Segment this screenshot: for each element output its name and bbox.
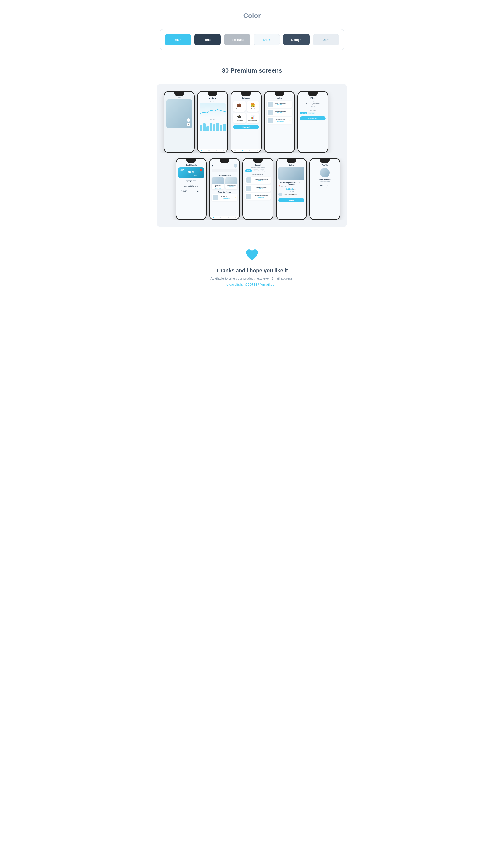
color-swatches: Main Text Text Base Dark Design Dark xyxy=(160,29,344,50)
phone-home: ⊞ Home Recommended Marketing Manager $45… xyxy=(209,158,240,220)
swatch-dark2: Dark xyxy=(313,34,339,45)
screens-section: 30 Premium screens Map + − Activity Earn… xyxy=(152,57,352,234)
phone-search: Search Business Management None Top All … xyxy=(242,158,273,220)
cat-food: 🍔 Food xyxy=(247,101,259,111)
reviewer-1: Grayson Lee — ★★★★★ xyxy=(278,192,304,196)
cat-management: 📊 Management xyxy=(247,113,259,123)
search-tabs: None Top All xyxy=(245,169,271,172)
cvc-field: CVC 768 xyxy=(192,190,204,193)
color-tree: Main Text Text Base Dark Design Dark xyxy=(157,29,347,50)
category-header: Category xyxy=(233,97,259,99)
rec-card-1: Marketing Manager $45.00/Hour xyxy=(212,177,224,189)
job-type-tags: Full Time Part Time xyxy=(300,112,326,115)
swatch-main: Main xyxy=(165,34,191,45)
tab-top[interactable]: Top xyxy=(253,169,259,172)
search-result-3: Management Trainee $50.00/Hour xyxy=(245,193,271,200)
job-item-1: Sales Engineering $85.00/Hour ★★★ xyxy=(267,101,292,108)
phone-jobs-list: Jobs Sales Engineering $85.00/Hour ★★★ C… xyxy=(264,91,295,153)
thanks-subtitle: Available to take your product next leve… xyxy=(157,277,347,280)
swatch-text: Text xyxy=(195,34,221,45)
phones-row-1: Map + − Activity Earning xyxy=(159,91,345,153)
thanks-title: Thanks and i hope you like it xyxy=(157,267,347,274)
recommended-cards: Marketing Manager $45.00/Hour Web Develo… xyxy=(212,177,237,189)
category-bottom-nav xyxy=(231,149,261,152)
swatch-dark1: Dark xyxy=(254,34,280,45)
cat-education: 🎓 Education xyxy=(233,113,246,123)
phone-map: Map + − xyxy=(164,91,195,153)
tab-all[interactable]: All xyxy=(259,169,265,172)
apply-button[interactable]: Apply xyxy=(278,198,304,202)
job-hero-image xyxy=(278,167,304,180)
activity-bottom-nav xyxy=(198,149,228,152)
swatch-design: Design xyxy=(283,34,309,45)
cat-business: 💼 Business xyxy=(233,101,246,111)
activity-header: Activity xyxy=(200,97,226,99)
color-section: Color Main Text Text Base Dark Design Da… xyxy=(152,0,352,57)
apply-filter-button[interactable]: Apply Filter xyxy=(300,116,326,120)
phones-grid: Map + − Activity Earning xyxy=(157,84,347,227)
phone-card-details: Card Details VISA 🔴 $78.95 •••• •••• •••… xyxy=(176,158,206,220)
svg-point-0 xyxy=(217,109,218,110)
phone-jobs-detail: Jobs Business Continuity Project Manager… xyxy=(276,158,307,220)
heart-icon xyxy=(245,249,259,262)
swatch-textbase: Text Base xyxy=(224,34,250,45)
recent-job-1: Civil Engineering $55.00/Hour ★★ xyxy=(212,194,237,201)
show-all-button[interactable]: Show All xyxy=(233,125,259,129)
home-bottom-nav xyxy=(210,216,239,219)
category-grid: 💼 Business 🍔 Food 🎓 Education 📊 xyxy=(233,101,259,123)
rec-card-2: Web Developer $35.00/Hr xyxy=(225,177,238,189)
job-item-3: Pharmaceutical $85.00/Hour ★★★ xyxy=(267,117,292,124)
search-result-1: Account Coordinator $80.00/Hour xyxy=(245,176,271,184)
price-slider[interactable] xyxy=(300,108,326,108)
home-search[interactable] xyxy=(212,169,237,172)
thanks-section: Thanks and i hope you like it Available … xyxy=(152,234,352,298)
cardholder-field: Cardholder Name Arthur Dorrance xyxy=(178,179,204,184)
thanks-email[interactable]: didarulislam050799@gmail.com xyxy=(157,282,347,287)
job-item-2: Civil Engineering $85.00/Hour ★★★ xyxy=(267,109,292,116)
color-title: Color xyxy=(157,12,347,20)
phone-filter: Filter Location New York, NY 10002 Price… xyxy=(298,91,328,153)
phones-row-2: Card Details VISA 🔴 $78.95 •••• •••• •••… xyxy=(159,158,345,220)
screens-title: 30 Premium screens xyxy=(157,67,347,74)
phone-category: Category 💼 Business 🍔 Food 🎓 Educatio xyxy=(231,91,262,153)
earning-chart xyxy=(200,103,226,117)
phone-activity: Activity Earning Monthly xyxy=(197,91,228,153)
cardno-field: Card No 9148 8290 8472 3101 xyxy=(178,185,204,188)
search-result-2: Sales Engineering $45.00/Hour xyxy=(245,185,271,192)
profile-avatar xyxy=(320,168,329,177)
home-avatar xyxy=(234,164,237,168)
phone-profile: Profile Arthur Dorra Business Manager 24… xyxy=(309,158,340,220)
tab-none[interactable]: None xyxy=(245,169,252,172)
card-visual: VISA 🔴 $78.95 •••• •••• •••• 3107 xyxy=(178,168,204,178)
expire-field: Expire Date 01/30 xyxy=(178,190,190,193)
monthly-bars xyxy=(200,122,226,131)
